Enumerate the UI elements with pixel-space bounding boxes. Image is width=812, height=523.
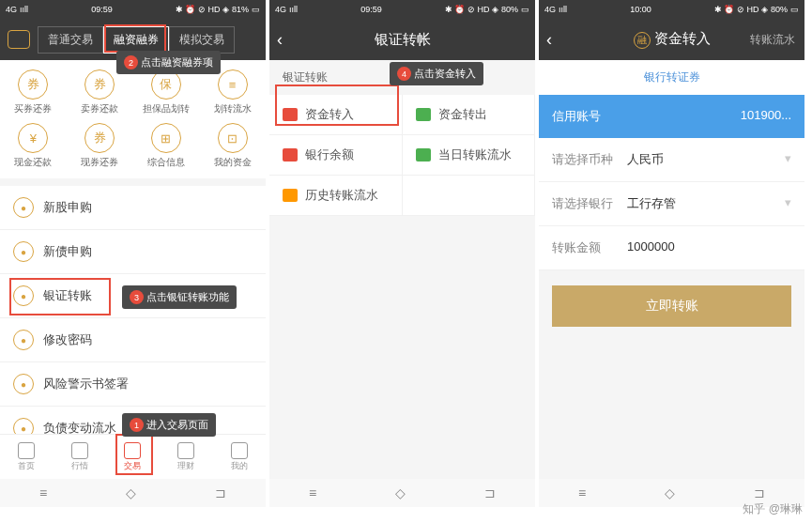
feature-label: 现券还券: [81, 156, 118, 169]
back-button[interactable]: ‹: [277, 30, 296, 50]
system-nav: ≡◇⊐: [269, 479, 535, 507]
list-item[interactable]: ●修改密码: [0, 318, 266, 362]
nav-item[interactable]: 我的: [212, 435, 266, 479]
feature-label: 买券还券: [14, 102, 52, 115]
field-label: 请选择银行: [552, 195, 627, 212]
feature-icon: ¥: [18, 123, 48, 153]
highlight-trade-tab: [115, 434, 153, 475]
feature-label: 划转流水: [214, 102, 252, 115]
highlight-tab: [104, 24, 166, 53]
feature-label: 综合信息: [147, 156, 185, 169]
nav-icon: [177, 442, 194, 459]
home-icon[interactable]: ◇: [126, 485, 136, 500]
callout-1: 1进入交易页面: [122, 413, 216, 437]
chevron-down-icon: ▾: [785, 195, 791, 212]
phone-2: 4Gııll 09:59 ✱ ⏰ ⊘ HD ◈80%▭ ‹ 银证转帐 银证转账 …: [269, 0, 535, 507]
nav-label: 首页: [18, 460, 35, 472]
feature-label: 我的资金: [214, 156, 252, 169]
chat-icon[interactable]: [8, 30, 30, 49]
item-icon: [416, 148, 431, 162]
callout-2: 2点击融资融券项: [116, 51, 221, 74]
feature-icon: ≡: [218, 69, 248, 100]
account-label: 信用账号: [552, 108, 601, 125]
transfer-item[interactable]: 资金转出: [403, 95, 536, 135]
header: ‹ 融资金转入 转账流水: [539, 19, 804, 60]
feature-icon: ⊡: [218, 123, 248, 153]
system-nav: ≡◇⊐: [0, 479, 266, 507]
grid-item[interactable]: 券现券还券: [67, 119, 133, 173]
list-icon: ●: [13, 330, 34, 350]
header-right-link[interactable]: 转账流水: [750, 32, 795, 48]
grid-item[interactable]: ¥现金还款: [0, 119, 67, 173]
sub-header: 银行转证券: [539, 60, 804, 95]
field-value: 人民币: [627, 151, 785, 168]
form-row[interactable]: 转账金额1000000: [539, 226, 804, 270]
nav-label: 理财: [177, 460, 194, 472]
submit-button[interactable]: 立即转账: [552, 285, 791, 327]
form-row[interactable]: 请选择银行工行存管▾: [539, 182, 804, 226]
feature-grid: 券买券还券券卖券还款保担保品划转≡划转流水¥现金还款券现券还券⊞综合信息⊡我的资…: [0, 60, 266, 178]
feature-label: 担保品划转: [143, 102, 190, 115]
nav-item[interactable]: 行情: [54, 435, 107, 479]
nav-item[interactable]: 首页: [0, 435, 54, 479]
item-icon: [416, 108, 431, 121]
field-value: 工行存管: [627, 195, 785, 212]
item-label: 历史转账流水: [305, 187, 378, 204]
nav-icon: [18, 442, 35, 459]
list-icon: ●: [13, 241, 34, 262]
list-icon: ●: [13, 374, 34, 394]
item-label: 银行余额: [305, 146, 354, 163]
header: ‹ 银证转帐: [269, 19, 535, 60]
form-row[interactable]: 请选择币种人民币▾: [539, 138, 804, 182]
back-icon[interactable]: ⊐: [215, 485, 226, 500]
nav-icon: [71, 442, 88, 459]
feature-icon: ⊞: [151, 123, 181, 153]
status-bar: 4Gııll 09:59 ✱ ⏰ ⊘ HD ◈81%▭: [0, 0, 266, 19]
highlight-transfer: [9, 278, 111, 315]
tab-normal[interactable]: 普通交易: [38, 26, 103, 54]
item-icon: [283, 148, 298, 162]
grid-item[interactable]: ⊞综合信息: [133, 119, 200, 173]
feature-icon: 券: [84, 69, 115, 100]
status-bar: 4Gııll 10:00 ✱ ⏰ ⊘ HD ◈80%▭: [539, 0, 804, 19]
list-item[interactable]: ●新债申购: [0, 230, 266, 274]
back-button[interactable]: ‹: [546, 30, 565, 50]
account-box: 信用账号 101900...: [539, 95, 804, 138]
page-title: 银证转帐: [269, 31, 535, 49]
nav-item[interactable]: 理财: [160, 435, 213, 479]
nav-label: 行情: [71, 460, 88, 472]
tab-sim[interactable]: 模拟交易: [169, 26, 235, 54]
list-item[interactable]: ●风险警示书签署: [0, 362, 266, 407]
transfer-item[interactable]: 当日转账流水: [403, 135, 536, 176]
feature-label: 卖券还款: [81, 102, 118, 115]
feature-icon: 券: [18, 69, 48, 100]
item-label: 资金转出: [438, 106, 487, 123]
watermark: 知乎 @琳琳: [743, 501, 803, 517]
rong-icon: 融: [634, 32, 651, 49]
item-icon: [283, 189, 298, 202]
highlight-fundin: [275, 85, 399, 126]
list-item[interactable]: ●新股申购: [0, 186, 266, 230]
transfer-item[interactable]: 历史转账流水: [269, 176, 403, 216]
list-label: 风险警示书签署: [43, 376, 129, 392]
menu-icon[interactable]: ≡: [39, 485, 47, 500]
chevron-down-icon: ▾: [785, 151, 791, 168]
list-label: 新债申购: [43, 243, 92, 260]
account-value: 101900...: [741, 108, 791, 125]
callout-4: 4点击资金转入: [390, 62, 483, 85]
nav-label: 我的: [231, 460, 248, 472]
grid-item[interactable]: ⊡我的资金: [199, 119, 266, 173]
status-bar: 4Gııll 09:59 ✱ ⏰ ⊘ HD ◈80%▭: [269, 0, 535, 19]
callout-3: 3点击银钲转账功能: [122, 285, 237, 309]
grid-item[interactable]: 券买券还券: [0, 66, 67, 119]
list-label: 修改密码: [43, 331, 92, 348]
field-label: 转账金额: [552, 239, 627, 256]
feature-icon: 券: [84, 123, 115, 153]
item-label: 当日转账流水: [438, 146, 512, 163]
list-icon: ●: [13, 418, 34, 434]
phone-3: 4Gııll 10:00 ✱ ⏰ ⊘ HD ◈80%▭ ‹ 融资金转入 转账流水…: [539, 0, 804, 507]
field-value: 1000000: [627, 239, 791, 256]
nav-icon: [231, 442, 248, 459]
transfer-item[interactable]: 银行余额: [269, 135, 403, 176]
list-label: 负债变动流水: [43, 420, 116, 434]
